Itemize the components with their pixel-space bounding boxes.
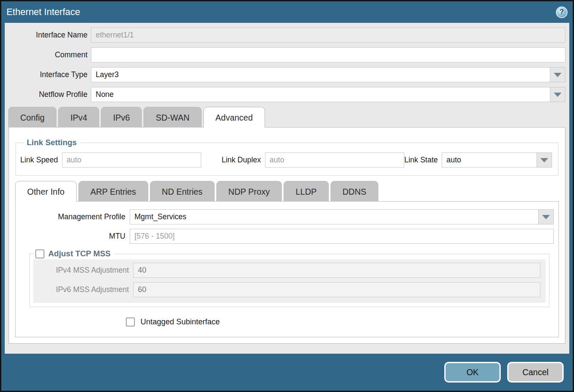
- interface-type-row: Interface Type: [5, 67, 565, 82]
- link-settings-row: Link Speed Link Duplex Link State: [20, 152, 554, 168]
- comment-row: Comment: [5, 47, 565, 62]
- dialog-footer: OK Cancel: [1, 354, 573, 391]
- ipv4-mss-label: IPv4 MSS Adjustment: [33, 266, 133, 275]
- mtu-label: MTU: [20, 232, 130, 241]
- link-settings-legend: Link Settings: [24, 138, 79, 147]
- adjust-tcp-mss-legend: Adjust TCP MSS: [34, 249, 114, 258]
- ethernet-interface-dialog: Ethernet Interface ? Interface Name Comm…: [0, 0, 574, 392]
- tab-arp-entries[interactable]: ARP Entries: [78, 181, 148, 202]
- ipv6-mss-label: IPv6 MSS Adjustment: [33, 285, 133, 294]
- interface-type-label: Interface Type: [5, 70, 91, 79]
- mtu-field[interactable]: [130, 229, 554, 244]
- link-settings-fieldset: Link Settings Link Speed Link Duplex Lin…: [16, 138, 558, 176]
- adjust-tcp-mss-checkbox[interactable]: [35, 249, 44, 258]
- tab-ddns[interactable]: DDNS: [331, 181, 378, 202]
- interface-name-row: Interface Name: [5, 28, 565, 43]
- tab-ndp-proxy[interactable]: NDP Proxy: [216, 181, 282, 202]
- link-state-combo: [442, 152, 552, 168]
- untagged-subinterface-row: Untagged Subinterface: [126, 317, 554, 327]
- inner-tab-bar: Other Info ARP Entries ND Entries NDP Pr…: [15, 181, 559, 202]
- management-profile-combo: [130, 209, 554, 224]
- main-tab-bar: Config IPv4 IPv6 SD-WAN Advanced: [8, 107, 569, 128]
- link-state-dropdown-button[interactable]: [537, 152, 552, 168]
- netflow-profile-label: Netflow Profile: [5, 90, 91, 99]
- mss-disabled-box: IPv4 MSS Adjustment IPv6 MSS Adjustment: [33, 259, 546, 303]
- tab-ipv4[interactable]: IPv4: [58, 107, 99, 128]
- tab-config[interactable]: Config: [8, 107, 56, 128]
- cancel-button[interactable]: Cancel: [507, 362, 564, 383]
- dialog-content: Interface Name Comment Interface Type Ne…: [5, 23, 569, 354]
- tab-advanced[interactable]: Advanced: [203, 107, 265, 128]
- chevron-down-icon: [554, 73, 562, 77]
- link-speed-field[interactable]: [62, 152, 202, 168]
- interface-type-field[interactable]: [91, 67, 550, 82]
- management-profile-row: Management Profile: [20, 209, 554, 224]
- adjust-tcp-mss-legend-text: Adjust TCP MSS: [48, 249, 111, 258]
- adjust-tcp-mss-fieldset: Adjust TCP MSS IPv4 MSS Adjustment IPv6 …: [29, 249, 549, 307]
- chevron-down-icon: [540, 158, 548, 162]
- netflow-profile-combo: [91, 87, 565, 102]
- tab-nd-entries[interactable]: ND Entries: [150, 181, 215, 202]
- advanced-tab-panel: Link Settings Link Speed Link Duplex Lin…: [9, 127, 565, 344]
- interface-name-field: [91, 28, 565, 43]
- link-speed-label: Link Speed: [20, 156, 62, 165]
- netflow-profile-row: Netflow Profile: [5, 87, 565, 102]
- untagged-subinterface-checkbox[interactable]: [126, 317, 135, 327]
- management-profile-label: Management Profile: [20, 212, 130, 221]
- management-profile-field[interactable]: [130, 209, 538, 224]
- netflow-profile-dropdown-button[interactable]: [550, 87, 565, 102]
- dialog-titlebar: Ethernet Interface ?: [1, 1, 573, 23]
- untagged-subinterface-label: Untagged Subinterface: [140, 317, 220, 327]
- interface-type-dropdown-button[interactable]: [550, 67, 565, 82]
- comment-field[interactable]: [91, 47, 565, 62]
- link-duplex-field[interactable]: [265, 152, 405, 168]
- ipv6-mss-row: IPv6 MSS Adjustment: [33, 282, 540, 297]
- help-icon[interactable]: ?: [556, 6, 568, 18]
- ipv4-mss-field: [133, 263, 540, 278]
- ipv4-mss-row: IPv4 MSS Adjustment: [33, 263, 540, 278]
- tab-other-info[interactable]: Other Info: [15, 181, 77, 202]
- netflow-profile-field[interactable]: [91, 87, 550, 102]
- chevron-down-icon: [554, 93, 562, 97]
- top-form: Interface Name Comment Interface Type Ne…: [5, 28, 569, 107]
- chevron-down-icon: [542, 215, 550, 219]
- link-duplex-label: Link Duplex: [221, 156, 265, 165]
- ipv6-mss-field: [133, 282, 540, 297]
- mtu-row: MTU: [20, 229, 554, 244]
- tab-sd-wan[interactable]: SD-WAN: [144, 107, 201, 128]
- tab-ipv6[interactable]: IPv6: [101, 107, 142, 128]
- management-profile-dropdown-button[interactable]: [538, 209, 554, 224]
- comment-label: Comment: [5, 50, 91, 59]
- dialog-title: Ethernet Interface: [6, 7, 80, 18]
- interface-name-label: Interface Name: [5, 31, 91, 40]
- tab-lldp[interactable]: LLDP: [284, 181, 329, 202]
- other-info-panel: Management Profile MTU: [15, 201, 559, 337]
- link-state-label: Link State: [404, 156, 442, 165]
- link-state-field[interactable]: [442, 152, 537, 168]
- ok-button[interactable]: OK: [444, 362, 501, 383]
- interface-type-combo: [91, 67, 565, 82]
